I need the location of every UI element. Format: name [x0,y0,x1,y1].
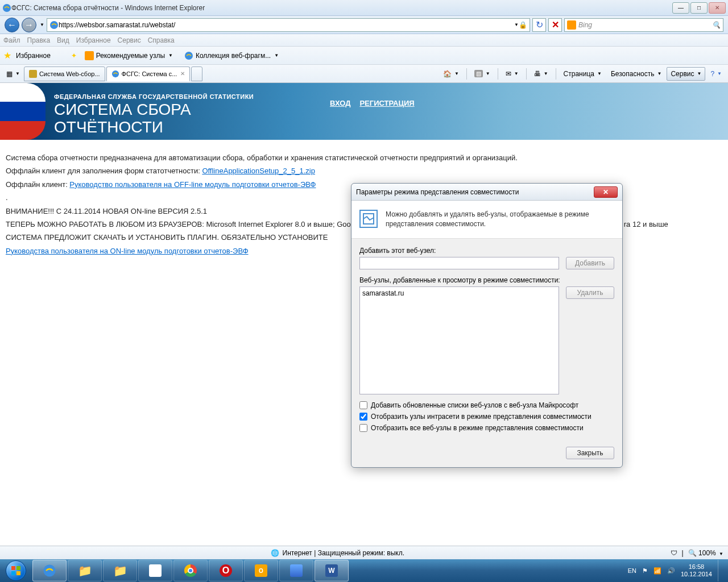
favorites-button[interactable]: Избранное [16,52,51,60]
task-app[interactable] [138,560,172,581]
system-tray: EN ⚑ 📶 🔊 16:58 10.12.2014 [623,560,728,581]
help-button[interactable]: ?▼ [706,67,726,81]
start-button[interactable] [0,559,32,582]
menu-tools[interactable]: Сервис [118,36,141,44]
bing-icon [567,20,576,30]
print-button[interactable]: 🖶▼ [530,67,552,81]
task-opera[interactable]: O [209,560,243,581]
add-favorite-icon[interactable]: ✦ [71,52,77,60]
windows-logo-icon [10,565,22,576]
lock-icon: 🔒 [519,21,527,29]
svg-point-3 [111,70,118,77]
dialog-info-text: Можно добавлять и удалять веб-узлы, отоб… [386,210,614,229]
menu-view[interactable]: Вид [57,36,69,44]
refresh-button[interactable]: ↻ [532,18,546,32]
russian-flag-icon [0,83,46,140]
minimize-button[interactable]: — [672,2,689,14]
new-tab-button[interactable] [191,66,202,81]
tab-websbor[interactable]: Система Web-сбор... [24,66,105,81]
search-go-icon[interactable]: 🔍 [712,21,721,29]
banner-subtitle: ФЕДЕРАЛЬНАЯ СЛУЖБА ГОСУДАРСТВЕННОЙ СТАТИ… [54,93,254,100]
show-desktop-button[interactable] [718,560,723,581]
add-site-input[interactable] [359,257,559,269]
nav-history-dropdown[interactable]: ▼ [40,22,44,27]
sites-list-label: Веб-узлы, добавленные к просмотру в режи… [359,276,614,284]
intro-text: Система сбора отчетности предназначена д… [6,151,722,164]
svg-rect-8 [16,571,20,575]
home-button[interactable]: 🏠▼ [439,67,463,81]
task-chrome[interactable] [173,560,208,581]
dialog-titlebar: Параметры режима представления совместим… [351,184,622,201]
task-ie[interactable] [32,560,67,581]
login-link[interactable]: ВХОД [330,99,350,107]
offline-setup-link[interactable]: OfflineApplicationSetup_2_5_1.zip [202,167,315,175]
task-explorer[interactable]: 📁 [68,560,102,581]
tray-lang[interactable]: EN [628,567,636,574]
menu-help[interactable]: Справка [148,36,175,44]
tab-close-icon[interactable]: ✕ [180,70,185,77]
checkbox-ms-list[interactable]: Добавить обновленные списки веб-узлов с … [359,401,614,409]
ie-icon [2,3,11,13]
taskbar: 📁 📁 O O W EN ⚑ 📶 🔊 16:58 10.12.2014 [0,559,728,582]
ie-icon [111,70,119,78]
dialog-close-action-button[interactable]: Закрыть [566,447,614,459]
stop-button[interactable]: ✕ [548,18,562,32]
svg-point-9 [44,565,56,577]
back-button[interactable]: ← [5,18,19,32]
flag-icon[interactable]: ⚑ [642,567,648,575]
close-button[interactable]: ✕ [709,2,726,14]
volume-icon[interactable]: 🔊 [667,567,675,575]
globe-icon: 🌐 [271,549,279,557]
broken-page-icon [359,210,378,228]
svg-rect-7 [11,571,15,575]
window-titlebar: ФСГС: Система сбора отчётности - Windows… [0,0,728,16]
window-title: ФСГС: Система сбора отчётности - Windows… [11,4,672,12]
tab-fsgs[interactable]: ФСГС: Система с... ✕ [106,66,191,81]
online-guide-link[interactable]: Руководства пользователя на ON-line моду… [6,247,249,255]
offline-guide-link[interactable]: Руководство пользователя на OFF-line мод… [69,180,316,189]
add-button[interactable]: Добавить [566,257,614,269]
checkbox-intranet[interactable]: Отобразить узлы интрасети в режиме предс… [359,413,614,421]
tools-menu[interactable]: Сервис▼ [667,67,705,81]
forward-button[interactable]: → [22,18,36,32]
page-menu[interactable]: Страница▼ [560,67,606,81]
feeds-button[interactable]: ▧▼ [470,67,494,81]
favicon [29,70,37,78]
url-field[interactable]: https://websbor.samarastat.ru/webstat/ ▼… [47,18,530,32]
register-link[interactable]: РЕГИСТРАЦИЯ [359,99,414,107]
menu-favorites[interactable]: Избранное [76,36,111,44]
dialog-close-button[interactable]: ✕ [594,186,618,198]
ie-icon [49,20,59,30]
menu-edit[interactable]: Правка [27,36,51,44]
task-app2[interactable] [279,560,313,581]
maximize-button[interactable]: □ [690,2,708,14]
list-item[interactable]: samarastat.ru [362,289,556,297]
remove-button[interactable]: Удалить [566,286,614,299]
menu-file[interactable]: Файл [3,36,20,44]
fav-link-recommended[interactable]: Рекомендуемые узлы ▼ [81,50,176,61]
fav-link-webslices[interactable]: Коллекция веб-фрагм... ▼ [181,50,282,61]
banner-title: СИСТЕМА СБОРАОТЧЁТНОСТИ [54,101,254,136]
ie-icon [184,51,193,60]
add-site-label: Добавить этот веб-узел: [359,247,614,255]
task-word[interactable]: W [315,560,349,581]
sites-listbox[interactable]: samarastat.ru [359,286,559,394]
status-zone: Интернет | Защищенный режим: выкл. [283,549,405,557]
tray-clock[interactable]: 16:58 10.12.2014 [681,563,712,578]
task-explorer2[interactable]: 📁 [103,560,137,581]
page-banner: ФЕДЕРАЛЬНАЯ СЛУЖБА ГОСУДАРСТВЕННОЙ СТАТИ… [0,83,728,140]
compatibility-dialog: Параметры режима представления совместим… [351,183,623,468]
task-outlook[interactable]: O [244,560,278,581]
mail-button[interactable]: ✉▼ [502,67,523,81]
quicktabs-button[interactable]: ▦▼ [2,67,24,81]
search-field[interactable]: Bing 🔍 [564,18,723,32]
network-icon[interactable]: 📶 [653,567,661,575]
protected-mode-icon[interactable]: 🛡 [671,549,677,557]
favorites-bar: ★ Избранное ✦ Рекомендуемые узлы ▼ Колле… [0,47,728,65]
svg-rect-5 [11,566,15,570]
url-dropdown[interactable]: ▼ [514,22,519,27]
zoom-control[interactable]: 🔍 100% ▼ [688,549,723,557]
safety-menu[interactable]: Безопасность▼ [607,67,665,81]
address-bar: ← → ▼ https://websbor.samarastat.ru/webs… [0,16,728,34]
checkbox-all-sites[interactable]: Отобразить все веб-узлы в режиме предста… [359,424,614,432]
